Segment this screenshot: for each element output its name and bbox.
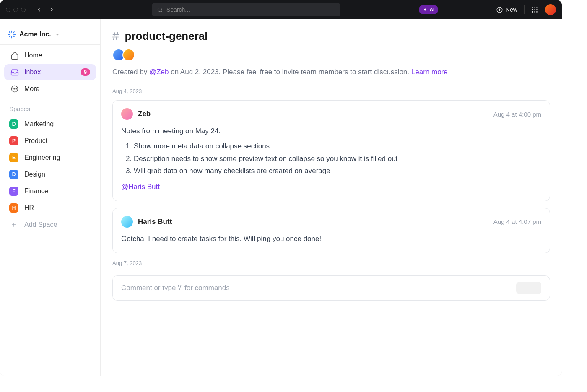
nav-label: More [24, 85, 39, 93]
svg-line-1 [161, 11, 162, 12]
channel-description: Created by @Zeb on Aug 2, 2023. Please f… [112, 68, 550, 76]
add-space-button[interactable]: Add Space [0, 216, 100, 233]
message-time: Aug 4 at 4:07 pm [493, 218, 541, 225]
user-avatar[interactable] [545, 4, 556, 15]
list-item: Show more meta data on collapse sections [134, 140, 541, 153]
svg-point-0 [158, 8, 161, 11]
space-label: Engineering [24, 154, 60, 161]
channel-name: product-general [125, 30, 208, 43]
avatar [121, 216, 133, 228]
max-dot[interactable] [21, 8, 26, 12]
plus-circle-icon [496, 6, 503, 13]
space-item-product[interactable]: PProduct [0, 132, 100, 149]
grid-icon [531, 6, 538, 13]
apps-grid-button[interactable] [531, 6, 538, 13]
divider [524, 5, 525, 14]
svg-point-12 [532, 11, 533, 13]
main-content: # product-general Created by @Zeb on Aug… [101, 19, 562, 376]
svg-line-18 [13, 36, 14, 37]
svg-point-10 [534, 9, 535, 10]
inbox-icon [10, 68, 19, 76]
more-icon [10, 85, 19, 93]
mention[interactable]: @Zeb [149, 68, 169, 76]
svg-point-11 [536, 9, 538, 10]
nav-more[interactable]: More [4, 81, 96, 97]
space-item-design[interactable]: DDesign [0, 166, 100, 183]
workspace-name: Acme Inc. [19, 31, 51, 38]
home-icon [10, 51, 19, 60]
workspace-logo-icon [8, 30, 16, 39]
message-card: Haris Butt Aug 4 at 4:07 pm Gotcha, I ne… [112, 208, 550, 253]
nav-label: Inbox [24, 68, 41, 76]
svg-line-17 [9, 32, 10, 33]
inbox-badge: 9 [81, 68, 90, 76]
svg-point-2 [424, 9, 426, 11]
space-label: HR [24, 204, 34, 212]
svg-point-24 [13, 88, 13, 89]
search-placeholder: Search... [166, 6, 190, 13]
svg-line-21 [9, 36, 10, 37]
avatar [121, 108, 133, 120]
add-space-label: Add Space [24, 221, 57, 228]
avatar [122, 49, 135, 61]
message-card: Zeb Aug 4 at 4:00 pm Notes from meeting … [112, 100, 550, 201]
window-controls [6, 8, 26, 12]
space-item-marketing[interactable]: DMarketing [0, 116, 100, 132]
close-dot[interactable] [6, 8, 10, 12]
comment-composer[interactable] [112, 275, 550, 301]
space-item-hr[interactable]: HHR [0, 200, 100, 216]
space-badge: E [9, 153, 18, 162]
chevron-down-icon [55, 31, 60, 37]
ai-button[interactable]: AI [419, 5, 438, 14]
sidebar: Acme Inc. Home Inbox 9 More Spaces DMark… [0, 19, 101, 376]
space-label: Finance [24, 187, 48, 195]
space-badge: D [9, 119, 18, 129]
space-badge: D [9, 170, 18, 179]
space-item-engineering[interactable]: EEngineering [0, 149, 100, 166]
list-item: Will grab data on how many checklists ar… [134, 165, 541, 177]
learn-more-link[interactable]: Learn more [411, 68, 448, 76]
message-author: Haris Butt [138, 218, 172, 226]
space-label: Product [24, 137, 47, 145]
date-separator: Aug 4, 2023 [112, 88, 550, 94]
message-body: Notes from meeting on May 24: Show more … [121, 125, 541, 193]
titlebar: Search... AI New [0, 0, 562, 19]
comment-input[interactable] [121, 284, 516, 292]
plus-icon [9, 220, 18, 229]
svg-point-25 [14, 88, 15, 89]
space-item-finance[interactable]: FFinance [0, 183, 100, 200]
send-button[interactable] [516, 282, 541, 294]
new-label: New [506, 6, 517, 13]
ai-label: AI [429, 7, 434, 13]
mention[interactable]: @Haris Butt [121, 183, 160, 191]
hash-icon: # [112, 29, 119, 43]
svg-line-22 [13, 32, 14, 33]
min-dot[interactable] [13, 8, 18, 12]
nav-label: Home [24, 52, 42, 59]
sparkle-icon [423, 7, 428, 12]
svg-point-8 [536, 7, 538, 8]
message-author: Zeb [138, 110, 151, 118]
space-badge: H [9, 203, 18, 213]
message-body: Gotcha, I need to create tasks for this.… [121, 233, 541, 245]
list-item: Description needs to show some preview t… [134, 153, 541, 165]
svg-point-9 [532, 9, 533, 10]
nav-back-button[interactable] [34, 5, 44, 15]
search-input[interactable]: Search... [152, 3, 340, 16]
date-separator: Aug 7, 2023 [112, 260, 550, 266]
search-icon [157, 7, 163, 13]
svg-point-7 [534, 7, 535, 8]
svg-point-6 [532, 7, 533, 8]
channel-header: # product-general [112, 29, 550, 43]
svg-point-13 [534, 11, 535, 13]
new-button[interactable]: New [496, 6, 517, 13]
workspace-switcher[interactable]: Acme Inc. [0, 24, 100, 44]
nav-inbox[interactable]: Inbox 9 [4, 64, 96, 80]
svg-point-26 [16, 88, 17, 89]
nav-forward-button[interactable] [47, 5, 57, 15]
space-label: Design [24, 171, 45, 178]
nav-home[interactable]: Home [4, 47, 96, 63]
member-avatars[interactable] [112, 49, 550, 61]
spaces-heading: Spaces [0, 98, 100, 116]
svg-point-14 [536, 11, 538, 13]
